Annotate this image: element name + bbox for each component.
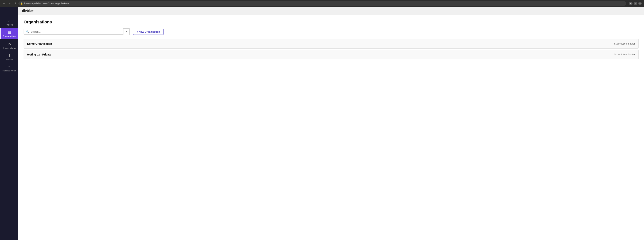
table-row[interactable]: Demo Organisation Subscription: Starter — [24, 39, 639, 49]
sidebar-item-projects[interactable]: ⌂ Projects — [0, 17, 18, 28]
refresh-button[interactable]: ↺ — [13, 2, 17, 5]
ext-icon-2[interactable]: ⚙ — [634, 2, 637, 5]
browser-actions: ★ ⚙ ● — [629, 2, 642, 5]
sidebar-label-organisations: Organisations — [3, 35, 16, 37]
org-name: Demo Organisation — [27, 42, 52, 45]
sidebar-label-release-notes: Release Notes — [2, 69, 16, 72]
clear-search-button[interactable]: ✕ — [123, 28, 130, 35]
new-organisation-button[interactable]: + New Organisation — [133, 29, 164, 35]
logo: divblox· — [22, 9, 34, 13]
sidebar-label-subscriptions: Subscriptions — [3, 47, 16, 49]
projects-icon: ⌂ — [8, 19, 10, 23]
lock-icon: 🔒 — [20, 2, 23, 5]
subscriptions-icon — [8, 41, 11, 46]
hamburger-icon: ☰ — [8, 10, 11, 14]
sidebar-label-projects: Projects — [6, 24, 13, 26]
release-notes-icon: ≡ — [8, 65, 10, 69]
org-name: testing dx - Private — [27, 53, 51, 56]
main-content: divblox· Organisations 🔍 ✕ + New Organis… — [18, 7, 644, 240]
browser-chrome: ← → ↺ 🔒 basecamp.divblox.com/?view=organ… — [0, 0, 644, 7]
content-area: Organisations 🔍 ✕ + New Organisation Dem… — [18, 15, 644, 240]
table-row[interactable]: testing dx - Private Subscription: Start… — [24, 50, 639, 59]
hamburger-menu[interactable]: ☰ — [0, 9, 18, 17]
page-title: Organisations — [24, 20, 639, 25]
patches-icon: ⬇ — [8, 53, 11, 58]
sidebar-item-organisations[interactable]: ▦ Organisations — [0, 28, 18, 39]
ext-icon-1[interactable]: ★ — [629, 2, 632, 5]
ext-icon-3[interactable]: ● — [638, 2, 642, 5]
search-input[interactable] — [31, 30, 121, 33]
app-container: ☰ ⌂ Projects ▦ Organisations Subscriptio… — [0, 7, 644, 240]
organisations-list: Demo Organisation Subscription: Starter … — [24, 39, 639, 60]
sidebar-label-patches: Patches — [6, 58, 13, 61]
search-wrapper: 🔍 — [24, 29, 123, 35]
sidebar: ☰ ⌂ Projects ▦ Organisations Subscriptio… — [0, 7, 18, 240]
organisations-icon: ▦ — [8, 30, 11, 34]
address-bar[interactable]: 🔒 basecamp.divblox.com/?view=organisatio… — [18, 1, 626, 6]
topbar: divblox· — [18, 7, 644, 15]
sidebar-item-subscriptions[interactable]: Subscriptions — [0, 39, 18, 51]
search-icon: 🔍 — [26, 30, 29, 33]
forward-button[interactable]: → — [8, 2, 12, 5]
search-row: 🔍 ✕ + New Organisation — [24, 28, 639, 35]
back-button[interactable]: ← — [2, 2, 6, 5]
url-text: basecamp.divblox.com/?view=organisations — [24, 2, 69, 5]
sidebar-item-release-notes[interactable]: ≡ Release Notes — [0, 63, 18, 74]
org-subscription: Subscription: Starter — [614, 42, 635, 45]
org-subscription: Subscription: Starter — [614, 53, 635, 56]
svg-point-0 — [9, 42, 10, 43]
sidebar-item-patches[interactable]: ⬇ Patches — [0, 51, 18, 63]
